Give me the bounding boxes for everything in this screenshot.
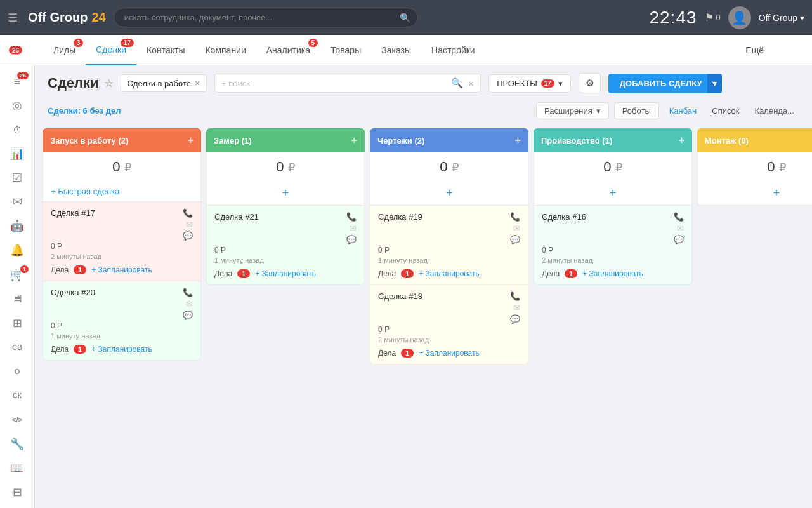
avatar-icon: 👤 xyxy=(731,10,747,25)
subheader: Сделки: 6 без дел Расширения ▾ Роботы Ка… xyxy=(35,98,812,123)
sidebar-grid-icon[interactable]: ⊞ xyxy=(4,312,30,334)
sidebar-book-icon[interactable]: 📖 xyxy=(4,457,30,479)
nav-item-kontakty[interactable]: Контакты xyxy=(136,35,195,65)
deal-plan-21[interactable]: + Запланировать xyxy=(255,269,316,278)
add-deal-button[interactable]: ДОБАВИТЬ СДЕЛКУ ▾ xyxy=(608,74,722,93)
expand-button[interactable]: Расширения ▾ xyxy=(536,102,609,119)
deals-count-label: Сделки: xyxy=(48,106,81,116)
projects-button[interactable]: ПРОЕКТЫ 17 ▾ xyxy=(488,74,571,93)
col-plus-3[interactable]: + xyxy=(370,182,528,206)
logo-num: 24 xyxy=(91,10,105,25)
sidebar-ck-text[interactable]: СК xyxy=(4,385,30,406)
filter-search-icon[interactable]: 🔍 xyxy=(451,77,463,89)
nav-item-sdelki[interactable]: Сделки 17 xyxy=(86,35,136,65)
content-area: Сделки ☆ Сделки в работе × 🔍 × ПРОЕКТЫ 1… xyxy=(35,65,812,508)
search-icon: 🔍 xyxy=(400,13,410,23)
deal-tasks-badge-16: 1 xyxy=(565,269,577,278)
close-filter-icon[interactable]: × xyxy=(195,78,200,88)
page-title-text: Сделки xyxy=(48,75,99,91)
kanban-col-3: Чертежи (2) + 0 ₽ + Сделка #19 📞 ✉ 💬 0 Р xyxy=(370,128,528,503)
deal-plan-20[interactable]: + Запланировать xyxy=(91,345,152,354)
sidebar-table-icon[interactable]: ⊟ xyxy=(4,481,30,503)
deal-card-17[interactable]: Сделка #17 📞 ✉ 💬 0 Р 2 минуты назад Дела… xyxy=(43,202,201,281)
quick-add-1[interactable]: + Быстрая сделка xyxy=(43,182,201,202)
email-icon-20: ✉ xyxy=(186,299,193,309)
nav-item-nastrojki[interactable]: Настройки xyxy=(421,35,485,65)
sidebar-target-icon[interactable]: ◎ xyxy=(4,95,30,116)
deal-title-19: Сделка #19 xyxy=(378,212,422,222)
view-kanban-btn[interactable]: Канбан xyxy=(664,104,702,118)
col-title-3: Чертежи (2) xyxy=(377,136,424,145)
add-deal-arrow[interactable]: ▾ xyxy=(707,74,722,93)
comment-icon-16: 💬 xyxy=(674,235,684,244)
deal-title-18: Сделка #18 xyxy=(378,291,422,301)
deal-plan-17[interactable]: + Запланировать xyxy=(91,265,152,274)
deal-time-21: 1 минуту назад xyxy=(214,257,357,264)
col-add-icon-4[interactable]: + xyxy=(679,135,684,146)
topbar: ☰ Off Group 24 🔍 22:43 ⚑ 0 👤 Off Group ▾ xyxy=(0,0,812,35)
phone-icon: 📞 xyxy=(183,208,193,218)
deal-card-16[interactable]: Сделка #16 📞 ✉ 💬 0 Р 2 минуты назад Дела… xyxy=(534,206,692,285)
sidebar-clock-icon[interactable]: ⏱ xyxy=(4,119,30,140)
sidebar-mail-icon[interactable]: ✉ xyxy=(4,191,30,213)
robots-button[interactable]: Роботы xyxy=(614,102,659,119)
projects-badge: 17 xyxy=(541,79,554,88)
page-title: Сделки ☆ xyxy=(48,75,113,91)
col-header-5: Монтаж (0) + xyxy=(697,128,812,152)
settings-button[interactable]: ⚙ xyxy=(579,73,601,93)
sidebar-bell-icon[interactable]: 🔔 xyxy=(4,239,30,261)
phone-icon-20: 📞 xyxy=(183,288,193,297)
nav-item-tovary[interactable]: Товары xyxy=(320,35,371,65)
col-plus-2[interactable]: + xyxy=(206,182,365,206)
sidebar-android-icon[interactable]: 🤖 xyxy=(4,215,30,237)
deal-title-17: Сделка #17 xyxy=(51,208,95,218)
col-add-icon-1[interactable]: + xyxy=(188,135,193,146)
username-dropdown[interactable]: Off Group ▾ xyxy=(759,13,804,23)
page-header: Сделки ☆ Сделки в работе × 🔍 × ПРОЕКТЫ 1… xyxy=(35,65,812,98)
sidebar-chart-icon[interactable]: 📊 xyxy=(4,143,30,164)
email-icon-16: ✉ xyxy=(677,224,684,233)
deal-plan-18[interactable]: + Запланировать xyxy=(419,349,480,358)
left-sidebar: ≡ 26 ◎ ⏱ 📊 ☑ ✉ 🤖 🔔 🛒 1 🖥 ⊞ СВ О СК </> 🔧… xyxy=(0,65,35,508)
nav-item-lidy[interactable]: Лиды 3 xyxy=(38,35,86,65)
deal-tasks-label-18: Дела xyxy=(378,349,396,358)
sidebar-cb-text[interactable]: СВ xyxy=(4,337,30,358)
view-calendar-btn[interactable]: Календа... xyxy=(750,104,799,118)
sidebar-monitor-icon[interactable]: 🖥 xyxy=(4,288,30,310)
sidebar-wrench-icon[interactable]: 🔧 xyxy=(4,433,30,455)
favorite-star-icon[interactable]: ☆ xyxy=(104,77,113,90)
deal-card-19[interactable]: Сделка #19 📞 ✉ 💬 0 Р 1 минуту назад Дела… xyxy=(370,206,528,285)
view-list-btn[interactable]: Список xyxy=(707,104,744,118)
nav-item-zakazy[interactable]: Заказы xyxy=(371,35,421,65)
active-filter-tag[interactable]: Сделки в работе × xyxy=(121,74,207,92)
deal-plan-16[interactable]: + Запланировать xyxy=(582,269,643,278)
filter-search-input[interactable] xyxy=(221,79,446,88)
avatar[interactable]: 👤 xyxy=(728,6,751,29)
app-logo: Off Group 24 xyxy=(28,10,106,25)
deal-card-20[interactable]: Сделка #20 📞 ✉ 💬 0 Р 1 минуту назад Дела… xyxy=(43,281,201,361)
deal-title-21: Сделка #21 xyxy=(214,212,259,222)
deal-tasks-label-19: Дела xyxy=(378,269,396,278)
col-sum-3: 0 ₽ xyxy=(370,152,528,182)
sidebar-cart-icon[interactable]: 🛒 1 xyxy=(4,264,30,286)
sidebar-code-icon[interactable]: </> xyxy=(4,409,30,431)
deal-card-18[interactable]: Сделка #18 📞 ✉ 💬 0 Р 2 минуты назад Дела… xyxy=(370,285,528,364)
col-add-icon-2[interactable]: + xyxy=(351,135,357,146)
filter-clear-icon[interactable]: × xyxy=(468,78,474,89)
col-plus-5[interactable]: + xyxy=(697,182,812,206)
deal-plan-19[interactable]: + Запланировать xyxy=(419,269,480,278)
phone-icon-19: 📞 xyxy=(510,212,520,222)
deal-title-20: Сделка #20 xyxy=(51,288,95,297)
deal-card-21[interactable]: Сделка #21 📞 ✉ 💬 0 Р 1 минуту назад Дела… xyxy=(206,206,365,285)
sidebar-check-icon[interactable]: ☑ xyxy=(4,167,30,189)
col-plus-4[interactable]: + xyxy=(534,182,692,206)
nav-item-analitika[interactable]: Аналитика 5 xyxy=(256,35,320,65)
flag-counter: ⚑ 0 xyxy=(705,11,721,23)
nav-item-kompanii[interactable]: Компании xyxy=(195,35,256,65)
sidebar-filter-icon[interactable]: ≡ 26 xyxy=(4,70,30,92)
menu-icon[interactable]: ☰ xyxy=(8,11,18,25)
nav-more[interactable]: Ещё xyxy=(735,35,774,65)
search-input[interactable] xyxy=(114,8,418,27)
col-add-icon-3[interactable]: + xyxy=(515,135,521,146)
sidebar-o-text[interactable]: О xyxy=(4,361,30,382)
